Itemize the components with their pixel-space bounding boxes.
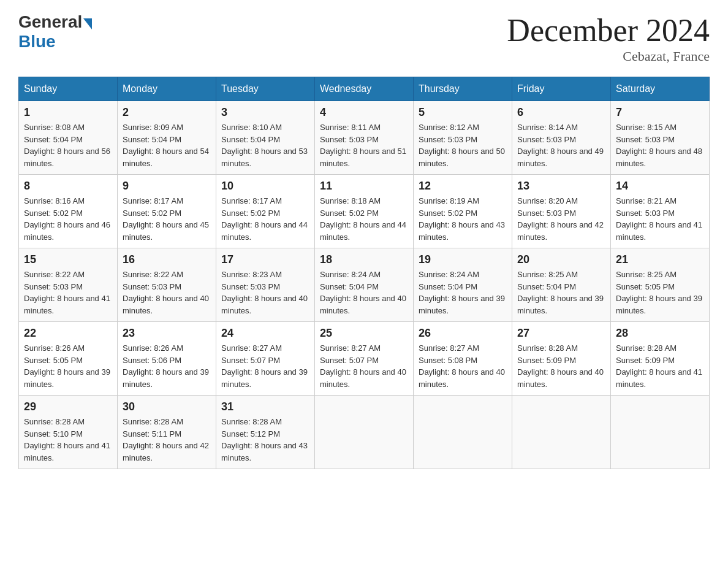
day-number: 28	[616, 327, 704, 340]
calendar-cell: 11Sunrise: 8:18 AMSunset: 5:02 PMDayligh…	[315, 175, 414, 248]
page-header: General Blue December 2024 Cebazat, Fran…	[18, 12, 710, 64]
calendar-cell: 8Sunrise: 8:16 AMSunset: 5:02 PMDaylight…	[19, 175, 118, 248]
day-info: Sunrise: 8:27 AMSunset: 5:08 PMDaylight:…	[419, 343, 505, 389]
day-info: Sunrise: 8:28 AMSunset: 5:11 PMDaylight:…	[123, 417, 209, 462]
title-section: December 2024 Cebazat, France	[507, 12, 710, 64]
calendar-week-row: 8Sunrise: 8:16 AMSunset: 5:02 PMDaylight…	[19, 175, 710, 248]
calendar-header-row: SundayMondayTuesdayWednesdayThursdayFrid…	[19, 77, 710, 101]
day-info: Sunrise: 8:21 AMSunset: 5:03 PMDaylight:…	[616, 196, 702, 242]
day-info: Sunrise: 8:24 AMSunset: 5:04 PMDaylight:…	[419, 270, 505, 315]
calendar-cell: 9Sunrise: 8:17 AMSunset: 5:02 PMDaylight…	[118, 175, 216, 248]
calendar-cell: 20Sunrise: 8:25 AMSunset: 5:04 PMDayligh…	[512, 248, 611, 322]
calendar-cell: 14Sunrise: 8:21 AMSunset: 5:03 PMDayligh…	[611, 175, 710, 248]
calendar-cell	[315, 396, 414, 469]
calendar-cell: 1Sunrise: 8:08 AMSunset: 5:04 PMDaylight…	[19, 101, 118, 175]
calendar-cell: 29Sunrise: 8:28 AMSunset: 5:10 PMDayligh…	[19, 396, 118, 469]
day-number: 18	[320, 253, 408, 266]
day-info: Sunrise: 8:12 AMSunset: 5:03 PMDaylight:…	[419, 123, 505, 168]
day-info: Sunrise: 8:27 AMSunset: 5:07 PMDaylight:…	[221, 343, 308, 389]
calendar-cell: 3Sunrise: 8:10 AMSunset: 5:04 PMDaylight…	[216, 101, 315, 175]
col-header-thursday: Thursday	[414, 77, 512, 101]
calendar-cell: 10Sunrise: 8:17 AMSunset: 5:02 PMDayligh…	[216, 175, 315, 248]
day-number: 22	[24, 327, 112, 340]
day-info: Sunrise: 8:19 AMSunset: 5:02 PMDaylight:…	[419, 196, 505, 242]
day-number: 25	[320, 327, 408, 340]
day-info: Sunrise: 8:16 AMSunset: 5:02 PMDaylight:…	[24, 196, 110, 242]
day-number: 29	[24, 400, 112, 413]
day-number: 1	[24, 106, 112, 119]
day-number: 7	[616, 106, 704, 119]
logo-blue-text: Blue	[18, 32, 56, 52]
day-info: Sunrise: 8:28 AMSunset: 5:12 PMDaylight:…	[221, 417, 308, 462]
day-info: Sunrise: 8:15 AMSunset: 5:03 PMDaylight:…	[616, 123, 702, 168]
day-info: Sunrise: 8:25 AMSunset: 5:05 PMDaylight:…	[616, 270, 702, 315]
day-info: Sunrise: 8:26 AMSunset: 5:06 PMDaylight:…	[123, 343, 209, 389]
calendar-cell: 12Sunrise: 8:19 AMSunset: 5:02 PMDayligh…	[414, 175, 512, 248]
logo: General Blue	[18, 12, 92, 52]
month-title: December 2024	[507, 12, 710, 48]
day-info: Sunrise: 8:22 AMSunset: 5:03 PMDaylight:…	[123, 270, 209, 315]
calendar-cell: 18Sunrise: 8:24 AMSunset: 5:04 PMDayligh…	[315, 248, 414, 322]
day-number: 30	[123, 400, 211, 413]
day-number: 3	[221, 106, 309, 119]
day-info: Sunrise: 8:17 AMSunset: 5:02 PMDaylight:…	[123, 196, 209, 242]
col-header-wednesday: Wednesday	[315, 77, 414, 101]
day-number: 16	[123, 253, 211, 266]
location-text: Cebazat, France	[507, 48, 710, 64]
day-info: Sunrise: 8:08 AMSunset: 5:04 PMDaylight:…	[24, 123, 110, 168]
day-number: 27	[517, 327, 605, 340]
day-info: Sunrise: 8:09 AMSunset: 5:04 PMDaylight:…	[123, 123, 209, 168]
calendar-cell	[512, 396, 611, 469]
calendar-week-row: 1Sunrise: 8:08 AMSunset: 5:04 PMDaylight…	[19, 101, 710, 175]
calendar-cell: 27Sunrise: 8:28 AMSunset: 5:09 PMDayligh…	[512, 322, 611, 396]
day-number: 11	[320, 180, 408, 193]
calendar-cell: 6Sunrise: 8:14 AMSunset: 5:03 PMDaylight…	[512, 101, 611, 175]
day-info: Sunrise: 8:10 AMSunset: 5:04 PMDaylight:…	[221, 123, 308, 168]
calendar-cell: 16Sunrise: 8:22 AMSunset: 5:03 PMDayligh…	[118, 248, 216, 322]
day-info: Sunrise: 8:28 AMSunset: 5:10 PMDaylight:…	[24, 417, 110, 462]
calendar-cell: 25Sunrise: 8:27 AMSunset: 5:07 PMDayligh…	[315, 322, 414, 396]
day-info: Sunrise: 8:25 AMSunset: 5:04 PMDaylight:…	[517, 270, 604, 315]
calendar-table: SundayMondayTuesdayWednesdayThursdayFrid…	[18, 77, 710, 469]
calendar-week-row: 29Sunrise: 8:28 AMSunset: 5:10 PMDayligh…	[19, 396, 710, 469]
calendar-cell: 15Sunrise: 8:22 AMSunset: 5:03 PMDayligh…	[19, 248, 118, 322]
day-info: Sunrise: 8:22 AMSunset: 5:03 PMDaylight:…	[24, 270, 110, 315]
logo-general-text: General	[18, 12, 82, 32]
calendar-cell: 23Sunrise: 8:26 AMSunset: 5:06 PMDayligh…	[118, 322, 216, 396]
day-number: 5	[419, 106, 507, 119]
calendar-cell: 21Sunrise: 8:25 AMSunset: 5:05 PMDayligh…	[611, 248, 710, 322]
calendar-cell: 7Sunrise: 8:15 AMSunset: 5:03 PMDaylight…	[611, 101, 710, 175]
day-info: Sunrise: 8:28 AMSunset: 5:09 PMDaylight:…	[517, 343, 604, 389]
day-info: Sunrise: 8:26 AMSunset: 5:05 PMDaylight:…	[24, 343, 110, 389]
calendar-cell: 31Sunrise: 8:28 AMSunset: 5:12 PMDayligh…	[216, 396, 315, 469]
day-info: Sunrise: 8:20 AMSunset: 5:03 PMDaylight:…	[517, 196, 604, 242]
day-info: Sunrise: 8:17 AMSunset: 5:02 PMDaylight:…	[221, 196, 308, 242]
calendar-cell: 28Sunrise: 8:28 AMSunset: 5:09 PMDayligh…	[611, 322, 710, 396]
day-number: 19	[419, 253, 507, 266]
day-number: 9	[123, 180, 211, 193]
calendar-cell: 26Sunrise: 8:27 AMSunset: 5:08 PMDayligh…	[414, 322, 512, 396]
calendar-week-row: 22Sunrise: 8:26 AMSunset: 5:05 PMDayligh…	[19, 322, 710, 396]
day-number: 10	[221, 180, 309, 193]
logo-triangle-icon	[83, 18, 92, 29]
day-info: Sunrise: 8:14 AMSunset: 5:03 PMDaylight:…	[517, 123, 604, 168]
day-number: 12	[419, 180, 507, 193]
day-number: 24	[221, 327, 309, 340]
day-info: Sunrise: 8:28 AMSunset: 5:09 PMDaylight:…	[616, 343, 702, 389]
day-info: Sunrise: 8:27 AMSunset: 5:07 PMDaylight:…	[320, 343, 406, 389]
calendar-cell: 19Sunrise: 8:24 AMSunset: 5:04 PMDayligh…	[414, 248, 512, 322]
day-number: 26	[419, 327, 507, 340]
day-number: 17	[221, 253, 309, 266]
day-number: 31	[221, 400, 309, 413]
day-number: 4	[320, 106, 408, 119]
calendar-cell: 24Sunrise: 8:27 AMSunset: 5:07 PMDayligh…	[216, 322, 315, 396]
calendar-cell: 17Sunrise: 8:23 AMSunset: 5:03 PMDayligh…	[216, 248, 315, 322]
col-header-monday: Monday	[118, 77, 216, 101]
col-header-friday: Friday	[512, 77, 611, 101]
day-number: 13	[517, 180, 605, 193]
day-number: 6	[517, 106, 605, 119]
day-number: 20	[517, 253, 605, 266]
calendar-cell: 13Sunrise: 8:20 AMSunset: 5:03 PMDayligh…	[512, 175, 611, 248]
col-header-sunday: Sunday	[19, 77, 118, 101]
calendar-cell: 4Sunrise: 8:11 AMSunset: 5:03 PMDaylight…	[315, 101, 414, 175]
